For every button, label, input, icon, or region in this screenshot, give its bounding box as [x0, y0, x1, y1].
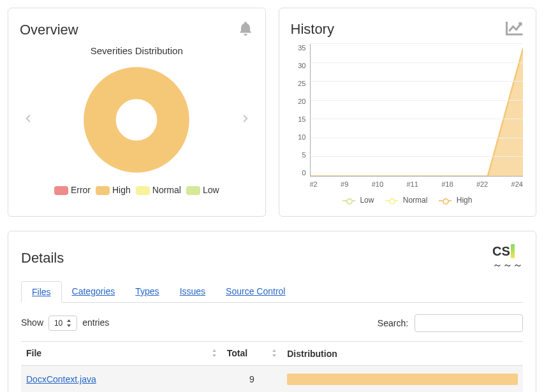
- legend-swatch: [136, 186, 150, 195]
- legend-item[interactable]: Low: [342, 196, 374, 205]
- gridline: [311, 100, 524, 101]
- file-link[interactable]: DocxContext.java: [26, 374, 96, 384]
- legend-swatch: [54, 186, 68, 195]
- y-tick-label: 5: [291, 151, 306, 159]
- gridline: [311, 119, 524, 119]
- tab-source-control[interactable]: Source Control: [216, 281, 295, 302]
- tab-issues[interactable]: Issues: [170, 281, 216, 302]
- x-tick-label: #22: [476, 180, 488, 188]
- legend-marker-icon: [342, 200, 355, 201]
- column-header[interactable]: File: [21, 342, 222, 366]
- gridline: [311, 138, 524, 138]
- legend-item[interactable]: High: [439, 196, 472, 205]
- y-tick-label: 15: [291, 115, 306, 123]
- overview-legend: ErrorHighNormalLow: [20, 185, 254, 195]
- legend-label: Low: [358, 196, 374, 205]
- total-cell: 9: [222, 366, 282, 392]
- x-tick-label: #18: [441, 180, 453, 188]
- legend-item[interactable]: Low: [186, 185, 219, 195]
- x-tick-label: #10: [372, 180, 383, 188]
- y-tick-label: 30: [291, 62, 306, 69]
- legend-swatch: [186, 186, 200, 195]
- overview-subtitle: Severities Distribution: [20, 45, 254, 56]
- entries-select[interactable]: 10: [48, 316, 77, 331]
- legend-item[interactable]: Error: [54, 185, 91, 195]
- svg-point-0: [100, 83, 173, 156]
- entries-value: 10: [54, 319, 62, 328]
- search-input[interactable]: [415, 314, 523, 332]
- sort-updown-icon: [66, 319, 71, 327]
- legend-item[interactable]: Normal: [385, 196, 427, 205]
- legend-label: Low: [203, 185, 219, 195]
- chevron-left-icon[interactable]: [20, 109, 36, 131]
- show-label-prefix: Show: [21, 317, 43, 328]
- tab-files[interactable]: Files: [21, 281, 62, 303]
- legend-marker-icon: [385, 200, 398, 201]
- show-label-suffix: entries: [82, 317, 109, 328]
- x-tick-label: #24: [511, 180, 523, 188]
- x-tick-label: #9: [341, 180, 348, 188]
- column-label: Total: [227, 348, 247, 358]
- history-line-chart: 35302520151050 #2#9#10#11#18#22#24: [291, 44, 525, 191]
- legend-label: High: [454, 196, 472, 205]
- gridline: [311, 81, 524, 82]
- legend-label: Normal: [401, 196, 427, 205]
- column-label: Distribution: [287, 349, 337, 359]
- sort-icon: [272, 349, 277, 359]
- legend-swatch: [96, 186, 110, 195]
- overview-card: Overview Severities Distribution ErrorHi…: [8, 8, 266, 217]
- history-title: History: [291, 21, 334, 38]
- search-label: Search:: [378, 318, 408, 328]
- history-legend: Low Normal High: [291, 196, 525, 205]
- bell-icon[interactable]: [237, 20, 254, 40]
- y-tick-label: 0: [291, 169, 306, 177]
- legend-label: Normal: [152, 185, 181, 195]
- legend-marker-icon: [439, 200, 452, 201]
- severities-donut-chart: [36, 62, 237, 177]
- legend-label: Error: [71, 185, 91, 195]
- gridline: [311, 62, 524, 63]
- details-panel: Details CS ～～～ FilesCategoriesTypesIssue…: [8, 231, 536, 392]
- y-tick-label: 10: [291, 133, 306, 141]
- chevron-right-icon[interactable]: [237, 109, 254, 131]
- squiggle-icon: ～～～: [492, 259, 523, 270]
- y-tick-label: 35: [291, 44, 306, 52]
- entries-control: Show 10 entries: [21, 316, 109, 331]
- legend-item[interactable]: High: [96, 185, 131, 195]
- distribution-bar: [287, 374, 518, 385]
- tab-categories[interactable]: Categories: [62, 281, 126, 302]
- legend-label: High: [112, 185, 131, 195]
- gridline: [311, 43, 524, 44]
- details-title: Details: [21, 250, 64, 266]
- cs-logo: CS ～～～: [492, 244, 523, 272]
- trend-chart-icon[interactable]: [505, 20, 524, 39]
- overview-title: Overview: [20, 22, 78, 38]
- sort-icon: [212, 349, 217, 359]
- column-header[interactable]: Distribution: [282, 342, 523, 366]
- column-label: File: [26, 348, 41, 358]
- gridline: [311, 156, 524, 157]
- details-tabs: FilesCategoriesTypesIssuesSource Control: [21, 281, 523, 303]
- details-table: File Total Distribution DocxContext.java…: [21, 341, 523, 392]
- search-control: Search:: [378, 314, 523, 332]
- y-tick-label: 25: [291, 80, 306, 87]
- tab-types[interactable]: Types: [125, 281, 169, 302]
- y-tick-label: 20: [291, 98, 306, 105]
- column-header[interactable]: Total: [222, 342, 282, 366]
- x-tick-label: #2: [310, 180, 318, 188]
- x-tick-label: #11: [406, 180, 418, 188]
- legend-item[interactable]: Normal: [136, 185, 181, 195]
- table-row: DocxContext.java9: [21, 366, 523, 392]
- history-card: History 35302520151050 #2#9#10#11#18#22#…: [279, 8, 537, 217]
